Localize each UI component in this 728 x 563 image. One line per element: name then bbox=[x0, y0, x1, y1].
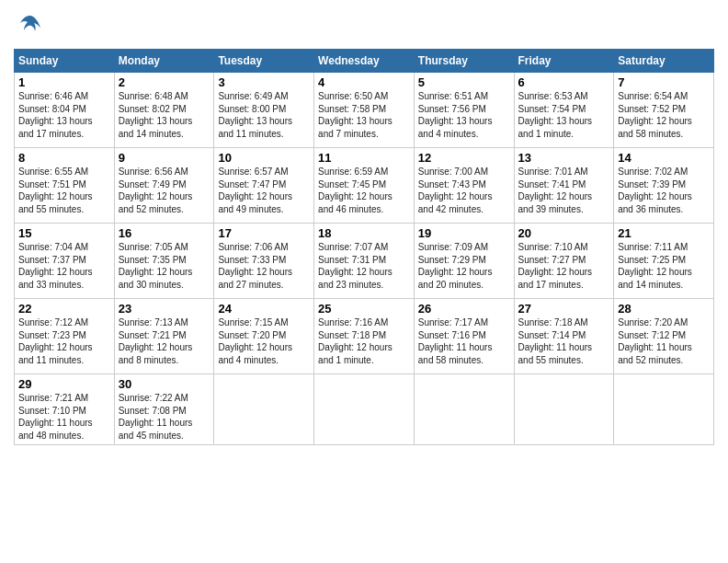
table-row: 8Sunrise: 6:55 AMSunset: 7:51 PMDaylight… bbox=[15, 148, 115, 224]
day-info: Sunrise: 6:54 AMSunset: 7:52 PMDaylight:… bbox=[618, 90, 710, 140]
table-row bbox=[514, 374, 614, 445]
day-number: 21 bbox=[618, 226, 710, 240]
day-info: Sunrise: 7:06 AMSunset: 7:33 PMDaylight:… bbox=[218, 241, 310, 291]
day-info: Sunrise: 7:02 AMSunset: 7:39 PMDaylight:… bbox=[618, 166, 710, 215]
day-number: 14 bbox=[618, 151, 710, 165]
table-row: 6Sunrise: 6:53 AMSunset: 7:54 PMDaylight… bbox=[514, 73, 614, 148]
page-container: Sunday Monday Tuesday Wednesday Thursday… bbox=[0, 0, 728, 563]
day-number: 10 bbox=[218, 151, 310, 165]
calendar-week-row: 1Sunrise: 6:46 AMSunset: 8:04 PMDaylight… bbox=[15, 73, 714, 148]
day-info: Sunrise: 6:50 AMSunset: 7:58 PMDaylight:… bbox=[318, 90, 410, 140]
day-number: 18 bbox=[318, 226, 410, 240]
day-info: Sunrise: 7:15 AMSunset: 7:20 PMDaylight:… bbox=[218, 316, 310, 366]
day-info: Sunrise: 7:00 AMSunset: 7:43 PMDaylight:… bbox=[418, 166, 510, 215]
day-info: Sunrise: 7:01 AMSunset: 7:41 PMDaylight:… bbox=[518, 166, 610, 215]
day-info: Sunrise: 6:51 AMSunset: 7:56 PMDaylight:… bbox=[418, 90, 510, 140]
table-row: 22Sunrise: 7:12 AMSunset: 7:23 PMDayligh… bbox=[15, 299, 115, 374]
col-tuesday: Tuesday bbox=[214, 50, 314, 73]
table-row: 28Sunrise: 7:20 AMSunset: 7:12 PMDayligh… bbox=[614, 299, 714, 374]
table-row: 9Sunrise: 6:56 AMSunset: 7:49 PMDaylight… bbox=[114, 148, 214, 224]
table-row: 26Sunrise: 7:17 AMSunset: 7:16 PMDayligh… bbox=[414, 299, 514, 374]
table-row: 17Sunrise: 7:06 AMSunset: 7:33 PMDayligh… bbox=[214, 224, 314, 299]
day-number: 9 bbox=[119, 151, 210, 165]
day-info: Sunrise: 7:22 AMSunset: 7:08 PMDaylight:… bbox=[119, 392, 210, 442]
col-wednesday: Wednesday bbox=[314, 50, 415, 73]
day-info: Sunrise: 6:57 AMSunset: 7:47 PMDaylight:… bbox=[218, 166, 310, 215]
day-info: Sunrise: 6:48 AMSunset: 8:02 PMDaylight:… bbox=[119, 90, 210, 140]
table-row: 18Sunrise: 7:07 AMSunset: 7:31 PMDayligh… bbox=[314, 224, 415, 299]
day-number: 24 bbox=[218, 302, 310, 316]
day-info: Sunrise: 7:07 AMSunset: 7:31 PMDaylight:… bbox=[318, 241, 410, 291]
table-row: 12Sunrise: 7:00 AMSunset: 7:43 PMDayligh… bbox=[414, 148, 514, 224]
table-row: 30Sunrise: 7:22 AMSunset: 7:08 PMDayligh… bbox=[114, 374, 214, 445]
table-row: 1Sunrise: 6:46 AMSunset: 8:04 PMDaylight… bbox=[15, 73, 115, 148]
calendar-week-row: 15Sunrise: 7:04 AMSunset: 7:37 PMDayligh… bbox=[15, 224, 714, 299]
table-row: 4Sunrise: 6:50 AMSunset: 7:58 PMDaylight… bbox=[314, 73, 415, 148]
day-info: Sunrise: 6:56 AMSunset: 7:49 PMDaylight:… bbox=[119, 166, 210, 215]
day-number: 22 bbox=[18, 302, 110, 316]
day-number: 20 bbox=[518, 226, 610, 240]
day-info: Sunrise: 7:05 AMSunset: 7:35 PMDaylight:… bbox=[119, 241, 210, 291]
table-row: 21Sunrise: 7:11 AMSunset: 7:25 PMDayligh… bbox=[614, 224, 714, 299]
day-info: Sunrise: 7:13 AMSunset: 7:21 PMDaylight:… bbox=[119, 316, 210, 366]
table-row: 10Sunrise: 6:57 AMSunset: 7:47 PMDayligh… bbox=[214, 148, 314, 224]
table-row: 7Sunrise: 6:54 AMSunset: 7:52 PMDaylight… bbox=[614, 73, 714, 148]
table-row: 29Sunrise: 7:21 AMSunset: 7:10 PMDayligh… bbox=[15, 374, 115, 445]
day-info: Sunrise: 7:10 AMSunset: 7:27 PMDaylight:… bbox=[518, 241, 610, 291]
calendar-week-row: 8Sunrise: 6:55 AMSunset: 7:51 PMDaylight… bbox=[15, 148, 714, 224]
day-number: 28 bbox=[618, 302, 710, 316]
day-number: 30 bbox=[119, 377, 210, 391]
day-number: 1 bbox=[18, 75, 110, 89]
day-number: 16 bbox=[119, 226, 210, 240]
day-number: 3 bbox=[218, 75, 310, 89]
col-sunday: Sunday bbox=[15, 50, 115, 73]
day-info: Sunrise: 7:20 AMSunset: 7:12 PMDaylight:… bbox=[618, 316, 710, 366]
day-info: Sunrise: 6:46 AMSunset: 8:04 PMDaylight:… bbox=[18, 90, 110, 140]
day-info: Sunrise: 7:17 AMSunset: 7:16 PMDaylight:… bbox=[418, 316, 510, 366]
day-info: Sunrise: 7:04 AMSunset: 7:37 PMDaylight:… bbox=[18, 241, 110, 291]
col-saturday: Saturday bbox=[614, 50, 714, 73]
day-number: 11 bbox=[318, 151, 410, 165]
col-thursday: Thursday bbox=[414, 50, 514, 73]
table-row: 11Sunrise: 6:59 AMSunset: 7:45 PMDayligh… bbox=[314, 148, 415, 224]
day-number: 27 bbox=[518, 302, 610, 316]
day-info: Sunrise: 6:55 AMSunset: 7:51 PMDaylight:… bbox=[18, 166, 110, 215]
table-row: 27Sunrise: 7:18 AMSunset: 7:14 PMDayligh… bbox=[514, 299, 614, 374]
table-row: 3Sunrise: 6:49 AMSunset: 8:00 PMDaylight… bbox=[214, 73, 314, 148]
day-number: 8 bbox=[18, 151, 110, 165]
col-monday: Monday bbox=[114, 50, 214, 73]
day-number: 19 bbox=[418, 226, 510, 240]
day-info: Sunrise: 7:09 AMSunset: 7:29 PMDaylight:… bbox=[418, 241, 510, 291]
day-number: 7 bbox=[618, 75, 710, 89]
day-info: Sunrise: 6:53 AMSunset: 7:54 PMDaylight:… bbox=[518, 90, 610, 140]
table-row: 24Sunrise: 7:15 AMSunset: 7:20 PMDayligh… bbox=[214, 299, 314, 374]
day-info: Sunrise: 7:18 AMSunset: 7:14 PMDaylight:… bbox=[518, 316, 610, 366]
day-number: 29 bbox=[18, 377, 110, 391]
page-header bbox=[14, 14, 714, 41]
table-row bbox=[614, 374, 714, 445]
table-row: 2Sunrise: 6:48 AMSunset: 8:02 PMDaylight… bbox=[114, 73, 214, 148]
day-number: 12 bbox=[418, 151, 510, 165]
day-info: Sunrise: 6:49 AMSunset: 8:00 PMDaylight:… bbox=[218, 90, 310, 140]
table-row bbox=[414, 374, 514, 445]
day-number: 13 bbox=[518, 151, 610, 165]
calendar-week-row: 29Sunrise: 7:21 AMSunset: 7:10 PMDayligh… bbox=[15, 374, 714, 445]
logo-bird-icon bbox=[17, 14, 42, 34]
day-number: 5 bbox=[418, 75, 510, 89]
table-row: 19Sunrise: 7:09 AMSunset: 7:29 PMDayligh… bbox=[414, 224, 514, 299]
calendar-table: Sunday Monday Tuesday Wednesday Thursday… bbox=[14, 49, 714, 445]
day-info: Sunrise: 7:21 AMSunset: 7:10 PMDaylight:… bbox=[18, 392, 110, 442]
table-row: 25Sunrise: 7:16 AMSunset: 7:18 PMDayligh… bbox=[314, 299, 415, 374]
table-row: 20Sunrise: 7:10 AMSunset: 7:27 PMDayligh… bbox=[514, 224, 614, 299]
day-number: 4 bbox=[318, 75, 410, 89]
table-row: 15Sunrise: 7:04 AMSunset: 7:37 PMDayligh… bbox=[15, 224, 115, 299]
day-number: 2 bbox=[119, 75, 210, 89]
day-number: 15 bbox=[18, 226, 110, 240]
table-row: 16Sunrise: 7:05 AMSunset: 7:35 PMDayligh… bbox=[114, 224, 214, 299]
day-number: 26 bbox=[418, 302, 510, 316]
table-row: 14Sunrise: 7:02 AMSunset: 7:39 PMDayligh… bbox=[614, 148, 714, 224]
day-number: 23 bbox=[119, 302, 210, 316]
day-info: Sunrise: 7:12 AMSunset: 7:23 PMDaylight:… bbox=[18, 316, 110, 366]
calendar-week-row: 22Sunrise: 7:12 AMSunset: 7:23 PMDayligh… bbox=[15, 299, 714, 374]
day-number: 6 bbox=[518, 75, 610, 89]
